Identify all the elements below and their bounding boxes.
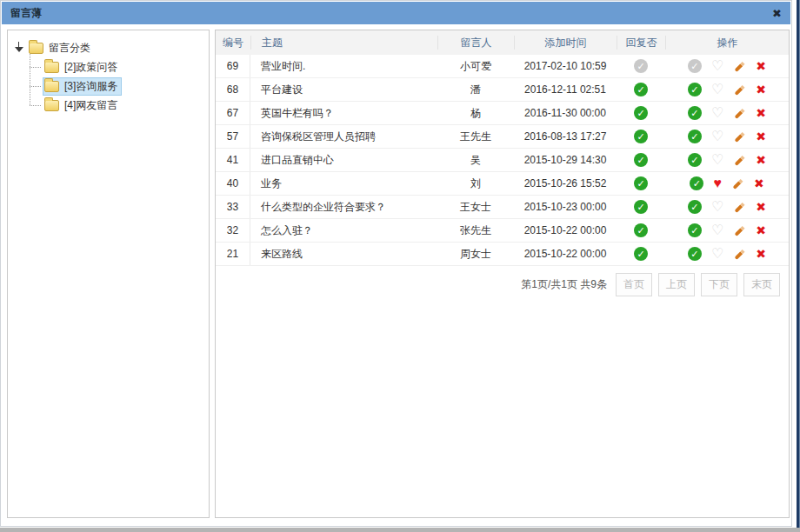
row-number: 40 xyxy=(216,172,250,195)
tree-root-label[interactable]: 留言分类 xyxy=(49,41,90,56)
favorite-heart-icon[interactable] xyxy=(711,223,723,237)
edit-pencil-icon[interactable] xyxy=(733,83,746,96)
guestbook-dialog: 留言薄 ✖ 留言分类 [2]政策问答 xyxy=(0,0,792,527)
published-check-icon[interactable] xyxy=(688,247,702,261)
page-background: 留言薄 ✖ 留言分类 [2]政策问答 xyxy=(0,0,800,532)
row-subject: 业务 xyxy=(250,172,437,195)
category-tree-panel: 留言分类 [2]政策问答 [3]咨询服务 xyxy=(7,30,210,518)
replied-check-icon[interactable] xyxy=(634,153,648,167)
page-title: 留言薄 xyxy=(10,6,42,21)
published-check-icon[interactable] xyxy=(688,106,702,120)
delete-x-icon[interactable] xyxy=(756,154,766,166)
replied-check-icon[interactable] xyxy=(634,200,648,214)
row-subject: 英国牛栏有吗？ xyxy=(250,102,437,124)
row-number: 57 xyxy=(216,125,250,148)
published-check-icon[interactable] xyxy=(688,200,702,214)
next-page-button[interactable]: 下页 xyxy=(701,273,737,296)
tree-children: [2]政策问答 [3]咨询服务 [4]网友留言 xyxy=(30,57,205,115)
favorite-heart-icon[interactable] xyxy=(711,247,723,261)
col-header-person: 留言人 xyxy=(437,36,514,50)
col-header-time: 添加时间 xyxy=(514,36,617,50)
pagination-bar: 第1页/共1页 共9条 首页 上页 下页 末页 xyxy=(216,266,789,296)
table-row: 69 营业时间. 小可爱 2017-02-10 10:59 xyxy=(216,55,789,78)
tree-node-consult-service[interactable]: [3]咨询服务 xyxy=(30,76,205,96)
published-check-icon[interactable] xyxy=(688,83,702,96)
col-header-replied: 回复否 xyxy=(617,36,665,50)
row-person: 小可爱 xyxy=(437,55,514,77)
close-icon[interactable]: ✖ xyxy=(772,8,782,19)
replied-check-icon[interactable] xyxy=(634,130,648,143)
tree-node-policy-qa[interactable]: [2]政策问答 xyxy=(30,57,205,76)
delete-x-icon[interactable] xyxy=(754,177,764,190)
favorite-heart-icon[interactable] xyxy=(713,176,722,190)
table-header: 编号 主题 留言人 添加时间 回复否 操作 xyxy=(216,30,789,55)
tree-node-label[interactable]: [4]网友留言 xyxy=(64,98,117,113)
published-check-icon[interactable] xyxy=(688,130,702,143)
table-row: 67 英国牛栏有吗？ 杨 2016-11-30 00:00 xyxy=(216,102,789,125)
tree-node-label[interactable]: [2]政策问答 xyxy=(64,60,117,75)
folder-icon xyxy=(29,43,43,54)
row-time: 2015-10-29 14:30 xyxy=(514,149,617,171)
favorite-heart-icon[interactable] xyxy=(711,106,723,120)
delete-x-icon[interactable] xyxy=(756,60,766,72)
delete-x-icon[interactable] xyxy=(756,248,766,260)
favorite-heart-icon[interactable] xyxy=(711,130,723,143)
favorite-heart-icon[interactable] xyxy=(711,59,723,73)
edit-pencil-icon[interactable] xyxy=(733,201,746,214)
row-subject: 咨询保税区管理人员招聘 xyxy=(250,125,437,148)
row-time: 2015-10-26 15:52 xyxy=(514,172,617,195)
last-page-button[interactable]: 末页 xyxy=(743,273,780,296)
table-row: 21 来区路线 周女士 2015-10-22 00:00 xyxy=(216,243,789,266)
delete-x-icon[interactable] xyxy=(756,107,766,119)
table-row: 33 什么类型的企业符合要求？ 王女士 2015-10-23 00:00 xyxy=(216,196,789,219)
favorite-heart-icon[interactable] xyxy=(711,153,723,167)
edit-pencil-icon[interactable] xyxy=(733,154,746,167)
delete-x-icon[interactable] xyxy=(756,130,766,143)
collapse-arrow-icon[interactable] xyxy=(14,42,24,55)
row-person: 刘 xyxy=(437,172,514,195)
row-number: 67 xyxy=(216,102,250,124)
col-header-subject: 主题 xyxy=(250,36,437,50)
edit-pencil-icon[interactable] xyxy=(733,224,746,237)
published-check-icon[interactable] xyxy=(690,176,703,190)
folder-icon xyxy=(44,62,59,73)
published-check-icon[interactable] xyxy=(688,223,702,237)
dialog-titlebar: 留言薄 ✖ xyxy=(2,2,790,24)
edit-pencil-icon[interactable] xyxy=(733,248,746,261)
replied-check-icon[interactable] xyxy=(634,59,648,73)
tree-node-label-selected[interactable]: [3]咨询服务 xyxy=(64,79,117,94)
favorite-heart-icon[interactable] xyxy=(711,83,723,96)
row-person: 吴 xyxy=(437,149,514,171)
col-header-number: 编号 xyxy=(216,36,250,50)
row-number: 32 xyxy=(216,219,250,242)
messages-panel: 编号 主题 留言人 添加时间 回复否 操作 69 营业时间. 小可爱 2017-… xyxy=(215,30,790,518)
tree-node-visitor-messages[interactable]: [4]网友留言 xyxy=(30,96,205,115)
row-subject: 怎么入驻？ xyxy=(250,219,437,242)
edit-pencil-icon[interactable] xyxy=(733,130,746,143)
window-right-edge xyxy=(794,0,800,532)
replied-check-icon[interactable] xyxy=(634,83,648,96)
tree-root-node[interactable]: 留言分类 xyxy=(14,38,205,57)
first-page-button[interactable]: 首页 xyxy=(616,273,652,296)
delete-x-icon[interactable] xyxy=(756,83,766,96)
delete-x-icon[interactable] xyxy=(756,224,766,236)
favorite-heart-icon[interactable] xyxy=(711,200,723,214)
published-check-icon[interactable] xyxy=(688,153,702,167)
edit-pencil-icon[interactable] xyxy=(731,177,744,190)
edit-pencil-icon[interactable] xyxy=(733,60,746,73)
replied-check-icon[interactable] xyxy=(634,223,648,237)
row-time: 2017-02-10 10:59 xyxy=(514,55,617,77)
replied-check-icon[interactable] xyxy=(634,106,648,120)
row-time: 2015-10-22 00:00 xyxy=(514,219,617,242)
replied-check-icon[interactable] xyxy=(634,247,648,261)
prev-page-button[interactable]: 上页 xyxy=(658,273,695,296)
replied-check-icon[interactable] xyxy=(634,176,648,190)
row-subject: 营业时间. xyxy=(250,55,437,77)
table-body: 69 营业时间. 小可爱 2017-02-10 10:59 xyxy=(216,55,789,266)
folder-icon xyxy=(44,81,59,92)
delete-x-icon[interactable] xyxy=(756,201,766,213)
row-subject: 进口品直销中心 xyxy=(250,149,437,171)
published-check-icon[interactable] xyxy=(688,59,702,73)
edit-pencil-icon[interactable] xyxy=(733,107,746,120)
row-time: 2016-11-30 00:00 xyxy=(514,102,617,124)
